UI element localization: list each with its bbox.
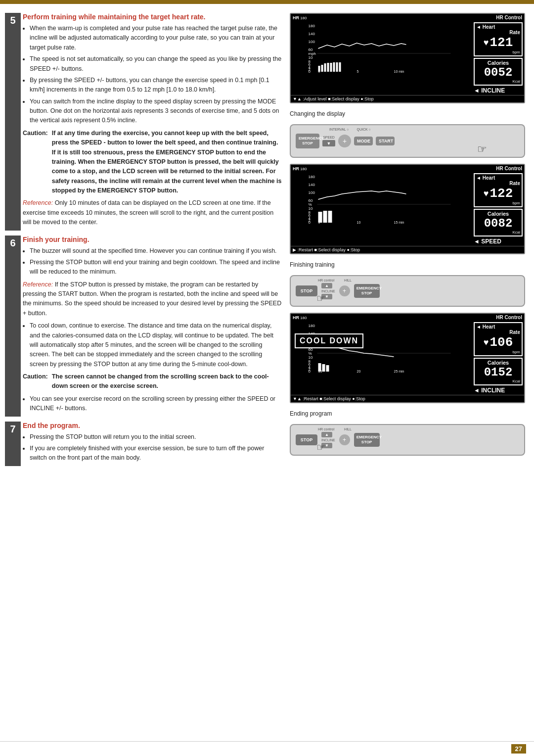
ending-stop-btn[interactable]: STOP (296, 434, 317, 445)
lcd3-cal-label: Calories (476, 360, 520, 366)
lcd2-heart-box: ◄ Heart Rate ♥ 122 bpm (474, 173, 523, 207)
finishing-stop-btn[interactable]: STOP (296, 285, 317, 296)
cp1-arrow-group: SPEED ▼ (322, 136, 335, 146)
step-5-body: When the warm-up is completed and your p… (23, 24, 282, 228)
lcd2-heart-number: 122 (490, 186, 513, 201)
cp1-plus-btn[interactable]: + (338, 135, 351, 147)
lcd3-incline-label: INCLINE (481, 387, 505, 394)
step-6-number: 6 (10, 237, 15, 249)
changing-display-caption: Changing the display (290, 110, 525, 117)
lcd1-side: ◄ Heart Rate ♥ 121 bpm Calories 0052 (472, 21, 524, 95)
ending-cp-top-labels: HR control HILL (318, 427, 352, 431)
lcd1-heart-sym: ♥ (484, 38, 489, 48)
svg-text:180: 180 (309, 24, 315, 28)
lcd3-bpm: bpm (476, 350, 520, 354)
finishing-plus-btn[interactable]: + (339, 285, 350, 296)
step-7-number: 7 (10, 424, 15, 435)
step-5-bullet-1: When the warm-up is completed and your p… (30, 24, 282, 52)
lcd3-heart-arrow-row: ◄ Heart (476, 324, 520, 330)
finishing-up-arrow[interactable]: ▲ (321, 283, 332, 288)
lcd1-heart-box: ◄ Heart Rate ♥ 121 bpm (474, 22, 523, 56)
step-6-ref-label: Reference: (23, 281, 53, 288)
step-6-content: Finish your training. The buzzer will so… (23, 236, 282, 417)
lcd3-main: COOL DOWN 180 140 100 60 % 10 8 6 4 2 0 (291, 321, 524, 395)
lcd2-hr-control: HR Control (496, 166, 522, 171)
ending-hill-label: HILL (344, 427, 352, 431)
cp1-emergency-label: EMERGENCY (299, 136, 316, 141)
svg-text:5: 5 (357, 70, 359, 73)
lcd3-hr-control: HR Control (496, 315, 522, 320)
lcd1-hr-labels: HR 180 (293, 15, 307, 20)
lcd1-bpm: bpm (476, 50, 520, 54)
step-6-bullet-1: The buzzer will sound at the specified t… (30, 246, 282, 256)
lcd2-top: HR 180 HR Control (291, 165, 524, 172)
finishing-hr-label: HR control (318, 279, 334, 282)
svg-rect-15 (327, 63, 329, 72)
svg-rect-13 (321, 65, 323, 72)
svg-text:140: 140 (309, 183, 315, 187)
lcd2-bottom: ▶ :Restart ■:Select display ●:Stop (291, 246, 524, 253)
page-number-area: 27 (0, 741, 534, 756)
lcd-display-2: HR 180 HR Control 180 140 100 60 % 10 8 … (290, 164, 525, 254)
svg-rect-55 (326, 365, 329, 372)
lcd2-heart-label: Heart (483, 175, 495, 181)
step-6-caution: Caution: The screen cannot be changed fr… (23, 372, 282, 391)
lcd2-heart-arrow: ◄ (476, 175, 481, 181)
lcd1-graph-svg: 180 140 100 60 mph 10 8 6 4 2 0 (291, 21, 472, 73)
svg-rect-54 (322, 364, 325, 372)
right-column: HR 180 HR Control 180 140 100 60 mph 10 (290, 13, 525, 736)
svg-text:0: 0 (309, 69, 311, 73)
step-5-content: Perform training while maintaining the t… (23, 13, 282, 231)
lcd3-hr-labels: HR 180 (293, 315, 307, 320)
step-7-block: 7 End the program. Pressing the STOP but… (5, 422, 282, 466)
lcd3-cal-number: 0152 (476, 366, 520, 379)
lcd1-heart-number-row: ♥ 121 (476, 35, 520, 50)
cp1-start-btn[interactable]: START (376, 137, 395, 145)
ending-plus-btn[interactable]: + (339, 434, 350, 445)
lcd3-heart-label: Heart (483, 324, 495, 330)
lcd2-heart-sym: ♥ (484, 189, 489, 199)
lcd2-main: 180 140 100 60 % 10 8 6 4 2 0 (291, 172, 524, 246)
step-6-bullets: The buzzer will sound at the specified t… (23, 246, 282, 277)
lcd1-rate-label: Rate (476, 30, 520, 35)
svg-text:10: 10 (357, 221, 361, 224)
svg-text:15: 15 (318, 370, 322, 373)
lcd1-heart-label: Heart (483, 24, 495, 30)
cp1-down-arrow[interactable]: ▼ (322, 140, 335, 146)
finishing-em-label: EMERGENCY (356, 286, 377, 291)
ending-emergency-btn[interactable]: EMERGENCY STOP (354, 433, 380, 446)
ending-up-arrow[interactable]: ▲ (321, 432, 332, 437)
svg-text:180: 180 (309, 175, 315, 179)
ending-program-caption: Ending program (290, 410, 525, 417)
step-5-number: 5 (10, 15, 15, 26)
step-5-caution-label: Caution: (23, 129, 48, 196)
svg-rect-18 (336, 62, 338, 72)
step-7-title: End the program. (23, 422, 282, 429)
step-5-caution: Caution: If at any time during the exerc… (23, 129, 282, 196)
svg-text:15 min: 15 min (394, 221, 404, 224)
svg-text:100: 100 (309, 190, 315, 195)
lcd2-side: ◄ Heart Rate ♥ 122 bpm Calories 0082 (472, 172, 524, 246)
lcd3-incline-arrow: ◄ (474, 387, 480, 394)
cp1-mode-btn[interactable]: MODE (354, 137, 373, 145)
step-6-reference: Reference: If the STOP button is pressed… (23, 280, 282, 319)
finishing-control-panel: HR control HILL STOP ▲ INCLINE ▼ + EMERG… (290, 275, 525, 307)
lcd3-incline: ◄ INCLINE (474, 387, 523, 394)
cp1-stop-label: STOP (299, 141, 316, 146)
step-5-bullet-2: The speed is not set automatically, so y… (30, 54, 282, 74)
finishing-emergency-btn[interactable]: EMERGENCY STOP (354, 284, 380, 297)
lcd3-180: 180 (300, 316, 307, 320)
page-number: 27 (511, 744, 526, 754)
lcd2-cal-label: Calories (476, 211, 520, 217)
lcd3-heart-number-row: ♥ 106 (476, 335, 520, 350)
svg-text:100: 100 (309, 40, 315, 44)
cp1-emergency-stop[interactable]: EMERGENCY STOP (296, 134, 319, 148)
svg-rect-16 (330, 63, 332, 72)
lcd3-graph: COOL DOWN 180 140 100 60 % 10 8 6 4 2 0 (291, 321, 472, 373)
lcd1-calories-box: Calories 0052 Kcal (474, 58, 523, 86)
step-5-caution-text: If at any time during the exercise, you … (52, 129, 282, 196)
lcd2-bpm: bpm (476, 201, 520, 205)
lcd1-incline: ◄ INCLINE (474, 87, 523, 94)
ending-control-panel: HR control HILL STOP ▲ INCLINE ▼ + EMERG… (290, 424, 525, 456)
svg-rect-17 (333, 62, 335, 72)
